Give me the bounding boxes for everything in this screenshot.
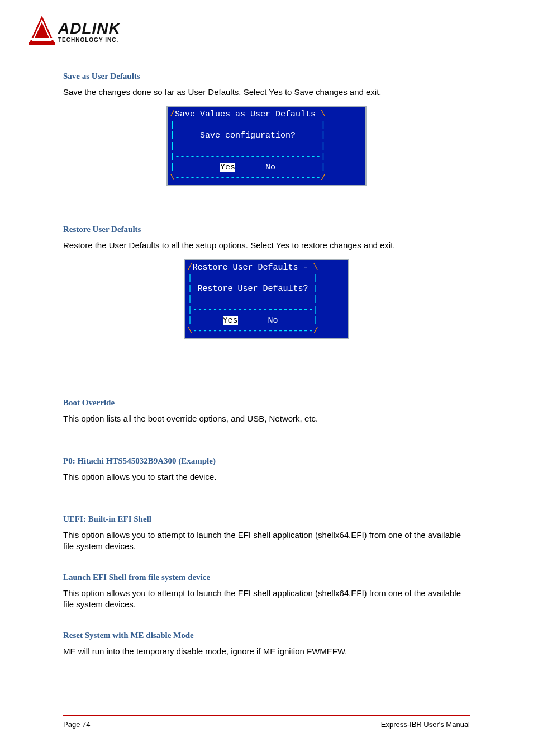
dialog-buttons-row: | Yes No | bbox=[168, 162, 365, 173]
dialog-row: | | bbox=[168, 120, 365, 130]
dialog-prompt-row: | Restore User Defaults? | bbox=[185, 284, 348, 294]
no-button[interactable]: No bbox=[265, 163, 275, 172]
section-restore-user-defaults: Restore User Defaults Restore the User D… bbox=[63, 225, 470, 339]
body-text: Save the changes done so far as User Def… bbox=[63, 87, 470, 98]
heading: Restore User Defaults bbox=[63, 225, 470, 234]
dialog-row: | | bbox=[185, 273, 348, 284]
section-save-user-defaults: Save as User Defaults Save the changes d… bbox=[63, 72, 470, 186]
section-launch-efi: Launch EFI Shell from file system device… bbox=[63, 573, 470, 611]
dialog-divider: |------------------------| bbox=[185, 305, 348, 315]
no-button[interactable]: No bbox=[268, 316, 278, 325]
body-text: This option allows you to start the devi… bbox=[63, 471, 470, 483]
section-uefi-shell: UEFI: Built-in EFI Shell This option all… bbox=[63, 514, 470, 552]
dialog-title-row: /Restore User Defaults - \ bbox=[185, 262, 348, 273]
heading: Save as User Defaults bbox=[63, 72, 470, 81]
dialog-divider: |-----------------------------| bbox=[168, 152, 365, 162]
dialog-title: Restore User Defaults - bbox=[193, 263, 313, 272]
yes-button[interactable]: Yes bbox=[223, 316, 238, 325]
section-reset-me: Reset System with ME disable Mode ME wil… bbox=[63, 631, 470, 657]
body-text: This option allows you to attempt to lau… bbox=[63, 530, 470, 552]
logo-text: ADLINK TECHNOLOGY INC. bbox=[58, 21, 121, 43]
yes-button[interactable]: Yes bbox=[220, 163, 235, 172]
heading: Launch EFI Shell from file system device bbox=[63, 573, 470, 582]
dialog-prompt-row: | Save configuration? | bbox=[168, 130, 365, 141]
body-text: Restore the User Defaults to all the set… bbox=[63, 240, 470, 251]
footer-divider bbox=[63, 715, 470, 716]
footer-page: Page 74 bbox=[63, 720, 90, 729]
logo-main: ADLINK bbox=[58, 21, 121, 36]
dialog-prompt: Restore User Defaults? bbox=[193, 284, 313, 294]
bios-dialog-save: /Save Values as User Defaults \| || Save… bbox=[166, 106, 367, 186]
dialog-title: Save Values as User Defaults bbox=[175, 110, 321, 119]
section-boot-override: Boot Override This option lists all the … bbox=[63, 398, 470, 424]
dialog-bottom-row: \------------------------/ bbox=[185, 326, 348, 337]
dialog-prompt: Save configuration? bbox=[175, 131, 321, 140]
footer-doc-title: Express-IBR User's Manual bbox=[381, 720, 470, 729]
dialog-bottom-row: \-----------------------------/ bbox=[168, 173, 365, 183]
heading: Reset System with ME disable Mode bbox=[63, 631, 470, 640]
adlink-logo: ADLINK TECHNOLOGY INC. bbox=[29, 16, 121, 48]
dialog-row: | | bbox=[185, 294, 348, 305]
svg-rect-4 bbox=[29, 38, 55, 40]
heading: UEFI: Built-in EFI Shell bbox=[63, 514, 470, 524]
dialog-title-row: /Save Values as User Defaults \ bbox=[168, 109, 365, 120]
svg-rect-3 bbox=[29, 42, 55, 45]
body-text: This option allows you to attempt to lau… bbox=[63, 588, 470, 611]
body-text: ME will run into the temporary disable m… bbox=[63, 646, 470, 657]
logo-sub: TECHNOLOGY INC. bbox=[58, 37, 121, 43]
dialog-buttons-row: | Yes No | bbox=[185, 315, 348, 326]
dialog-row: | | bbox=[168, 141, 365, 152]
heading: Boot Override bbox=[63, 398, 470, 408]
heading: P0: Hitachi HTS545032B9A300 (Example) bbox=[63, 456, 470, 466]
section-p0-device: P0: Hitachi HTS545032B9A300 (Example) Th… bbox=[63, 456, 470, 483]
body-text: This option lists all the boot override … bbox=[63, 413, 470, 424]
bios-dialog-restore: /Restore User Defaults - \| || Restore U… bbox=[184, 259, 349, 339]
logo-mark-icon bbox=[29, 16, 55, 48]
